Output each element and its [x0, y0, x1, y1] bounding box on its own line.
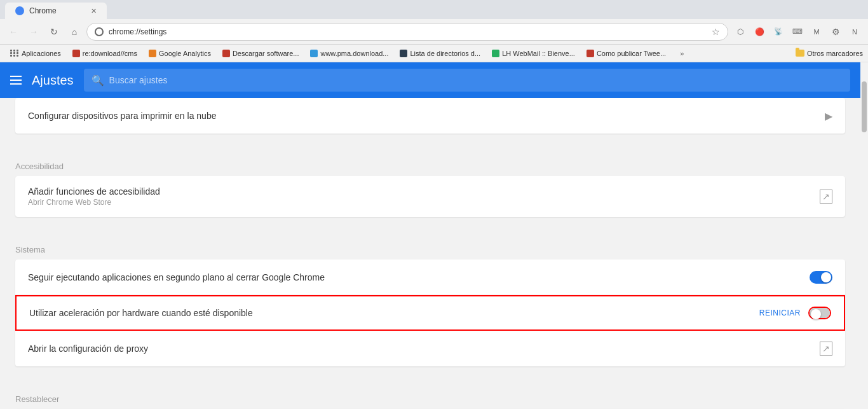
bookmark-descargar[interactable]: Descargar software... — [217, 48, 304, 59]
hardware-accel-title: Utilizar aceleración por hardware cuando… — [29, 308, 759, 318]
tab-favicon — [15, 6, 24, 15]
reload-button[interactable]: ↻ — [46, 24, 62, 40]
hotkeys-button[interactable]: ⌨ — [789, 24, 806, 40]
toggle-thumb-bg — [821, 272, 831, 282]
cast-button[interactable]: ⬡ — [732, 24, 749, 40]
bookmark-icon-6 — [492, 50, 499, 57]
bookmark-lista[interactable]: Lista de directorios d... — [395, 48, 485, 59]
settings-item-hardware-accel[interactable]: Utilizar aceleración por hardware cuando… — [15, 295, 845, 331]
bookmark-icon-1 — [72, 50, 80, 57]
bookmarks-others-label: Otros marcadores — [807, 50, 863, 57]
address-text: chrome://settings — [109, 27, 707, 36]
section-label-accesibilidad: Accesibilidad — [0, 149, 860, 176]
bookmarks-more-button[interactable]: » — [675, 48, 689, 59]
star-icon[interactable]: ☆ — [712, 27, 720, 37]
hardware-accel-toggle[interactable] — [808, 307, 831, 319]
browser-tab[interactable]: Chrome ✕ — [5, 3, 107, 19]
print-card: Configurar dispositivos para imprimir en… — [15, 98, 845, 134]
search-icon: 🔍 — [92, 74, 104, 87]
bookmark-icon-5 — [400, 50, 407, 57]
accessibility-title: Añadir funciones de accesibilidad — [28, 186, 820, 197]
section-print: Configurar dispositivos para imprimir en… — [0, 98, 860, 134]
print-cloud-title: Configurar dispositivos para imprimir en… — [28, 111, 825, 121]
bookmark-analytics-label: Google Analytics — [159, 50, 211, 57]
home-button[interactable]: ⌂ — [66, 24, 83, 40]
settings-button[interactable]: ⚙ — [827, 24, 844, 40]
accessibility-subtitle: Abrir Chrome Web Store — [28, 198, 820, 207]
bookmark-icon-2 — [149, 50, 156, 57]
section-accesibilidad: Accesibilidad Añadir funciones de accesi… — [0, 149, 860, 217]
bookmark-icon-7 — [587, 50, 594, 57]
bookmark-icon-3 — [222, 50, 230, 57]
bookmark-pma[interactable]: www.pma.download... — [305, 48, 393, 59]
bookmark-redownload[interactable]: re:download//cms — [67, 48, 142, 59]
proxy-title: Abrir la configuración de proxy — [28, 343, 820, 354]
background-apps-title: Seguir ejecutando aplicaciones en segund… — [28, 272, 810, 282]
security-icon — [95, 27, 104, 36]
section-restablecer: Restablecer Restablecer Restaura los val… — [0, 382, 860, 409]
reiniciar-button[interactable]: REINICIAR — [759, 308, 801, 317]
tab-title: Chrome — [29, 6, 57, 15]
settings-header: Ajustes 🔍 — [0, 62, 860, 98]
navigation-bar: ← → ↻ ⌂ chrome://settings ☆ ⬡ 🔴 📡 ⌨ M ⚙ … — [0, 19, 868, 45]
sistema-card: Seguir ejecutando aplicaciones en segund… — [15, 260, 845, 366]
settings-content: Configurar dispositivos para imprimir en… — [0, 98, 860, 409]
back-button[interactable]: ← — [5, 24, 22, 40]
bookmarks-others[interactable]: Otros marcadores — [796, 50, 863, 57]
settings-item-accessibility[interactable]: Añadir funciones de accesibilidad Abrir … — [15, 176, 845, 217]
arrow-icon: ▶ — [825, 110, 832, 122]
rss-button[interactable]: 📡 — [770, 24, 787, 40]
scrollbar[interactable] — [860, 62, 868, 409]
address-bar[interactable]: chrome://settings ☆ — [86, 23, 728, 41]
external-icon-proxy: ↗ — [820, 342, 832, 356]
bookmark-apps[interactable]: Aplicaciones — [5, 48, 66, 59]
scrollbar-thumb[interactable] — [862, 81, 867, 132]
section-label-restablecer: Restablecer — [0, 382, 860, 409]
toggle-thumb-hw — [811, 309, 821, 319]
extension-button[interactable]: N — [846, 24, 863, 40]
apps-label: Aplicaciones — [22, 50, 61, 57]
settings-item-proxy[interactable]: Abrir la configuración de proxy ↗ — [15, 331, 845, 366]
settings-search-bar[interactable]: 🔍 — [84, 69, 850, 92]
settings-title: Ajustes — [32, 73, 74, 88]
bookmark-icon-4 — [310, 50, 318, 57]
external-icon-accessibility: ↗ — [820, 190, 832, 204]
forward-button[interactable]: → — [25, 24, 42, 40]
bookmark-webmail[interactable]: LH WebMail :: Bienve... — [487, 48, 580, 59]
settings-item-print-cloud[interactable]: Configurar dispositivos para imprimir en… — [15, 98, 845, 134]
apps-icon — [10, 49, 19, 58]
settings-search-input[interactable] — [109, 75, 843, 85]
section-label-sistema: Sistema — [0, 232, 860, 260]
settings-item-background-apps[interactable]: Seguir ejecutando aplicaciones en segund… — [15, 260, 845, 295]
tab-close-button[interactable]: ✕ — [91, 7, 97, 15]
accesibilidad-card: Añadir funciones de accesibilidad Abrir … — [15, 176, 845, 217]
gmail-button[interactable]: M — [808, 24, 825, 40]
background-apps-toggle[interactable] — [810, 271, 832, 284]
hamburger-menu[interactable] — [10, 76, 22, 85]
bookmarks-bar: Aplicaciones re:download//cms Google Ana… — [0, 45, 868, 62]
bookmark-analytics[interactable]: Google Analytics — [144, 48, 216, 59]
bookmark-tweet[interactable]: Como publicar Twee... — [581, 48, 671, 59]
section-sistema: Sistema Seguir ejecutando aplicaciones e… — [0, 232, 860, 366]
folder-icon — [796, 50, 804, 57]
extensions-button[interactable]: 🔴 — [751, 24, 768, 40]
